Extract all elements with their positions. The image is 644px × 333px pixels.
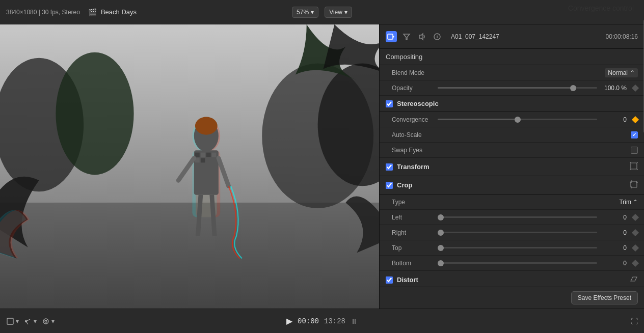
blend-mode-row: Blend Mode Normal ⌃ (380, 65, 644, 80)
auto-scale-row: Auto-Scale (380, 127, 644, 143)
filter-tab-icon[interactable] (401, 31, 412, 42)
info-tab-icon[interactable] (432, 31, 443, 42)
blend-mode-label: Blend Mode (392, 69, 438, 76)
stereoscopic-title: Stereoscopic (397, 100, 439, 107)
crop-left-keyframe[interactable] (632, 213, 639, 220)
film-icon: 🎬 (88, 8, 97, 16)
convergence-row: Convergence 0 (380, 112, 644, 127)
stereoscopic-section-header: Stereoscopic (380, 96, 644, 112)
view-button[interactable]: View ▾ (325, 7, 352, 18)
crop-bottom-keyframe[interactable] (632, 259, 639, 266)
crop-title: Crop (397, 181, 412, 189)
crop-icon (630, 180, 638, 190)
crop-type-select[interactable]: Trim ⌃ (619, 199, 638, 206)
bottom-toolbar: ▾ ▾ ▾ ▶ 00:00 13 (0, 309, 644, 333)
svg-line-21 (198, 195, 200, 236)
svg-line-33 (630, 169, 631, 170)
svg-point-42 (43, 319, 48, 324)
distort-icon (630, 275, 638, 285)
svg-rect-30 (631, 163, 637, 169)
auto-scale-checkbox[interactable] (631, 131, 638, 138)
svg-point-29 (437, 35, 438, 36)
inspector-icons (386, 31, 443, 42)
svg-rect-14 (201, 153, 205, 157)
transform-title: Transform (397, 163, 430, 171)
video-tab-icon[interactable] (386, 31, 397, 42)
transform-tool-button[interactable]: ▾ (24, 317, 37, 325)
crop-tool-button[interactable]: ▾ (6, 317, 19, 325)
crop-right-value: 0 (601, 229, 627, 236)
compositing-title: Compositing (386, 53, 422, 61)
crop-section-header: Crop (380, 176, 644, 195)
clip-name: A01_007_142247 (451, 33, 499, 40)
crop-bottom-slider[interactable] (438, 262, 597, 264)
swap-eyes-row: Swap Eyes (380, 143, 644, 158)
save-effects-preset-button[interactable]: Save Effects Preset (571, 291, 638, 304)
svg-rect-18 (201, 158, 205, 163)
fullscreen-button[interactable]: ⛶ (631, 317, 638, 325)
svg-rect-40 (7, 318, 13, 324)
transform-icon (630, 162, 638, 172)
auto-scale-control (438, 131, 638, 138)
distort-checkbox[interactable] (386, 276, 393, 284)
svg-line-31 (630, 162, 631, 163)
video-frame (0, 24, 379, 309)
crop-right-slider[interactable] (438, 232, 597, 233)
crop-top-control: 0 (438, 244, 638, 252)
opacity-slider[interactable] (438, 87, 597, 89)
inspector-content: Compositing Blend Mode Normal ⌃ Opa (380, 49, 644, 287)
convergence-control: 0 (438, 116, 638, 123)
svg-marker-26 (419, 34, 423, 40)
resolution-text: 3840×1080 | 30 fps, Stereo (6, 9, 80, 16)
convergence-keyframe[interactable] (632, 116, 639, 123)
effects-tool-button[interactable]: ▾ (42, 317, 55, 325)
svg-rect-15 (206, 153, 211, 157)
top-toolbar: 3840×1080 | 30 fps, Stereo 🎬 Beach Days … (0, 0, 644, 24)
crop-checkbox[interactable] (386, 182, 393, 189)
blend-mode-select[interactable]: Normal ⌃ (605, 68, 638, 77)
inspector-header: A01_007_142247 00:00:08:16 (380, 24, 644, 49)
project-name: Beach Days (101, 8, 137, 16)
crop-right-row: Right 0 (380, 225, 644, 240)
svg-point-43 (45, 320, 47, 322)
svg-rect-23 (388, 34, 393, 39)
content-row: A01_007_142247 00:00:08:16 Compositing B… (0, 24, 644, 309)
transform-checkbox[interactable] (386, 163, 393, 171)
audio-tab-icon[interactable] (416, 31, 427, 42)
crop-top-keyframe[interactable] (632, 244, 639, 251)
svg-point-3 (56, 52, 133, 175)
crop-top-slider[interactable] (438, 247, 597, 248)
video-area (0, 24, 379, 309)
swap-eyes-checkbox[interactable] (631, 147, 638, 154)
crop-bottom-row: Bottom 0 (380, 256, 644, 271)
blend-mode-control: Normal ⌃ (438, 68, 638, 77)
crop-bottom-label: Bottom (392, 260, 438, 267)
toolbar-bottom-center: ▶ 00:00 13:28 ⏸ (286, 316, 358, 326)
toolbar-center: 57% ▾ View ▾ (292, 7, 352, 18)
inspector-bottom: Save Effects Preset (380, 287, 644, 309)
crop-right-control: 0 (438, 229, 638, 236)
crop-left-control: 0 (438, 214, 638, 221)
crop-type-control: Trim ⌃ (438, 199, 638, 206)
play-button[interactable]: ▶ (286, 316, 292, 326)
compositing-section-header: Compositing (380, 49, 644, 65)
stereoscopic-checkbox[interactable] (386, 100, 393, 107)
crop-right-keyframe[interactable] (632, 229, 639, 236)
crop-left-row: Left 0 (380, 210, 644, 225)
swap-eyes-label: Swap Eyes (392, 147, 438, 154)
crop-type-label: Type (392, 199, 438, 206)
svg-line-34 (637, 169, 638, 170)
video-preview (0, 24, 379, 309)
crop-top-label: Top (392, 244, 438, 252)
crop-left-label: Left (392, 214, 438, 221)
convergence-slider[interactable] (438, 119, 597, 120)
crop-type-row: Type Trim ⌃ (380, 195, 644, 210)
zoom-button[interactable]: 57% ▾ (292, 7, 318, 18)
pause-button[interactable]: ⏸ (351, 317, 358, 325)
crop-left-slider[interactable] (438, 216, 597, 218)
svg-line-32 (637, 162, 638, 163)
opacity-keyframe[interactable] (632, 84, 639, 91)
svg-marker-25 (404, 34, 410, 40)
crop-right-label: Right (392, 229, 438, 236)
timecode-display: 00:00 (298, 317, 319, 325)
